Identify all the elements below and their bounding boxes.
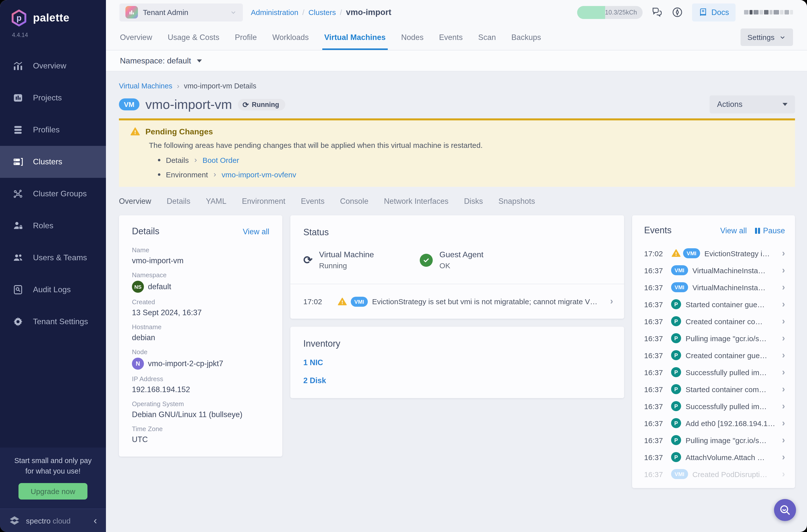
event-row[interactable]: 16:37 P Successfully pulled im… › (644, 364, 785, 381)
sidebar-item-profiles[interactable]: Profiles (0, 114, 106, 146)
vm-breadcrumb: Virtual Machines › vmo-import-vm Details (119, 81, 795, 90)
warning-icon (130, 126, 140, 137)
subtab-network-interfaces[interactable]: Network Interfaces (384, 197, 449, 206)
tab-events[interactable]: Events (439, 24, 463, 50)
node-badge: N (132, 358, 144, 370)
pending-change-area: Details (166, 156, 189, 164)
event-row[interactable]: 17:02 VMI EvictionStrategy i… › (644, 245, 785, 262)
status-alert-row[interactable]: 17:02 VMI EvictionStrategy is set but vm… (290, 284, 624, 319)
sidebar-collapse-icon[interactable]: ‹ (94, 515, 97, 526)
subtab-overview[interactable]: Overview (119, 197, 151, 206)
actions-dropdown-button[interactable]: Actions (710, 95, 795, 113)
subtab-yaml[interactable]: YAML (206, 197, 226, 206)
sidebar-item-roles[interactable]: Roles (0, 210, 106, 242)
breadcrumb-clusters[interactable]: Clusters (308, 8, 336, 17)
redacted-user-info[interactable] (744, 7, 797, 18)
event-time: 16:37 (644, 402, 671, 410)
pending-change-link[interactable]: vmo-import-vm-ovfenv (222, 170, 296, 178)
docs-button-label: Docs (711, 8, 729, 17)
chevron-right-icon: › (782, 452, 785, 462)
event-row[interactable]: 16:37 P AttachVolume.Attach … › (644, 449, 785, 466)
event-time: 16:37 (644, 334, 671, 342)
sidebar-item-users-teams[interactable]: Users & Teams (0, 242, 106, 274)
subtab-console[interactable]: Console (340, 197, 369, 206)
event-row[interactable]: 16:37 P Created container co… › (644, 313, 785, 330)
pending-change-link[interactable]: Boot Order (202, 156, 239, 164)
chevron-down-icon (230, 9, 237, 16)
subtab-environment[interactable]: Environment (242, 197, 285, 206)
tab-overview[interactable]: Overview (120, 24, 152, 50)
event-row[interactable]: 16:37 P Created container gue… › (644, 347, 785, 364)
tab-usage-costs[interactable]: Usage & Costs (168, 24, 219, 50)
event-row[interactable]: 16:37 P Started container com… › (644, 381, 785, 398)
pending-changes-title: Pending Changes (145, 127, 213, 136)
tab-backups[interactable]: Backups (511, 24, 541, 50)
tab-nodes[interactable]: Nodes (401, 24, 424, 50)
sidebar-item-projects[interactable]: Projects (0, 82, 106, 114)
subtab-details[interactable]: Details (167, 197, 190, 206)
event-source-badge: VMI (683, 248, 700, 258)
refresh-icon: ⟳ (243, 101, 249, 108)
event-time: 16:37 (644, 368, 671, 376)
chevron-right-icon: › (213, 170, 216, 179)
subtab-events[interactable]: Events (301, 197, 324, 206)
inventory-card-title: Inventory (303, 339, 340, 349)
pending-changes-description: The following areas have pending changes… (149, 141, 785, 149)
event-text: Created PodDisrupti… (692, 470, 778, 478)
settings-button[interactable]: Settings (740, 28, 793, 46)
sidebar-item-tenant-settings[interactable]: Tenant Settings (0, 306, 106, 338)
namespace-caret-icon[interactable] (197, 59, 202, 62)
event-source-badge: VMI (671, 282, 688, 292)
tab-scan[interactable]: Scan (478, 24, 496, 50)
breadcrumb-administration[interactable]: Administration (251, 8, 298, 17)
event-row[interactable]: 16:37 P Add eth0 [192.168.194.15… › (644, 415, 785, 432)
vm-breadcrumb-link[interactable]: Virtual Machines (119, 82, 172, 90)
event-row[interactable]: 16:37 P Started container gue… › (644, 296, 785, 313)
sidebar-item-label: Profiles (33, 126, 60, 134)
palette-app-window: p palette 4.4.14 Overview Projects (0, 0, 807, 532)
sidebar-item-audit-logs[interactable]: Audit Logs (0, 274, 106, 306)
tab-virtual-machines[interactable]: Virtual Machines (324, 24, 386, 50)
upgrade-promo: Start small and only pay for what you us… (0, 448, 106, 509)
docs-button[interactable]: Docs (692, 3, 735, 21)
inventory-nic-link[interactable]: 1 NIC (303, 358, 611, 367)
tab-profile[interactable]: Profile (235, 24, 257, 50)
sidebar-item-clusters[interactable]: Clusters (0, 146, 106, 178)
event-text: Started container gue… (686, 300, 778, 308)
events-pause-button[interactable]: Pause (755, 226, 785, 235)
overview-chart-icon (12, 60, 24, 72)
subtab-snapshots[interactable]: Snapshots (499, 197, 535, 206)
top-bar: Tenant Admin Administration / Clusters /… (106, 0, 807, 24)
details-card-title: Details (132, 226, 243, 237)
chat-icon[interactable] (651, 6, 663, 18)
detail-field: IP Address 192.168.194.152 (132, 375, 269, 395)
inventory-disk-link[interactable]: 2 Disk (303, 376, 611, 385)
tab-workloads[interactable]: Workloads (272, 24, 309, 50)
event-text: AttachVolume.Attach … (686, 453, 778, 461)
event-row[interactable]: 16:37 P Successfully pulled im… › (644, 398, 785, 415)
details-view-all-link[interactable]: View all (243, 227, 269, 236)
events-card-title: Events (644, 225, 720, 236)
event-row[interactable]: 16:37 P Pulling image "gcr.io/s… › (644, 330, 785, 347)
vm-breadcrumb-current: vmo-import-vm Details (184, 82, 256, 90)
event-row[interactable]: 16:37 VMI VirtualMachineInsta… › (644, 262, 785, 279)
sidebar-item-label: Overview (33, 61, 66, 71)
upgrade-now-button[interactable]: Upgrade now (19, 483, 87, 499)
vm-details-content: Virtual Machines › vmo-import-vm Details… (106, 72, 807, 532)
clusters-server-icon (12, 156, 24, 168)
event-row[interactable]: 16:37 P Pulling image "gcr.io/s… › (644, 432, 785, 449)
event-text: Successfully pulled im… (686, 368, 778, 376)
tenant-selector[interactable]: Tenant Admin (119, 3, 243, 21)
events-view-all-link[interactable]: View all (720, 226, 747, 235)
event-text: VirtualMachineInsta… (692, 283, 778, 291)
event-row[interactable]: 16:37 VMI Created PodDisrupti… › (644, 466, 785, 482)
search-fab-button[interactable] (774, 499, 796, 521)
event-row[interactable]: 16:37 VMI VirtualMachineInsta… › (644, 279, 785, 296)
compass-icon[interactable] (671, 6, 683, 18)
sidebar-item-overview[interactable]: Overview (0, 50, 106, 82)
subtab-disks[interactable]: Disks (464, 197, 483, 206)
chevron-right-icon: › (782, 248, 785, 259)
sidebar-item-cluster-groups[interactable]: Cluster Groups (0, 178, 106, 210)
chevron-right-icon: › (782, 384, 785, 394)
vm-subtab-bar: Overview Details YAML Environment Events… (119, 197, 795, 206)
